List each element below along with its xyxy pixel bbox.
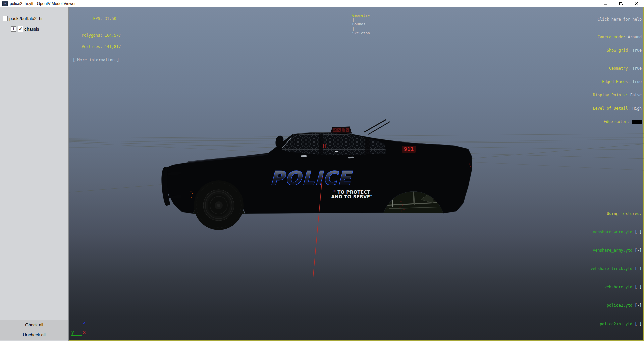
stats-panel: FPS: 31.50 Polygons: 164,577 Vertices: 1… (82, 9, 121, 70)
geometry-toggle-row[interactable]: Geometry: True (593, 66, 642, 71)
minimize-button[interactable] (598, 0, 613, 7)
edged-faces-row[interactable]: Edged Faces: True (593, 80, 642, 84)
camera-mode-row[interactable]: Camera mode: Around (593, 35, 642, 39)
close-button[interactable] (629, 0, 644, 7)
model-tree-sidebar: − pack:/buffalo2_hi + ✔ chassis Check al… (0, 7, 69, 341)
texture-collapse-toggle[interactable]: [-] (635, 285, 642, 289)
chassis-checkbox[interactable]: ✔ (18, 26, 23, 32)
tree-actions: Check all Uncheck all (0, 320, 68, 340)
window-controls (598, 0, 644, 7)
openiv-model-viewer-window: IV police2_hi.yft - OpenIV Model Viewer … (0, 0, 644, 341)
textures-header: Using textures: (591, 211, 642, 217)
tree-root-label: pack:/buffalo2_hi (9, 16, 42, 21)
viewport-3d[interactable] (69, 7, 644, 341)
texture-row: police2+hi.ytd [-] (591, 321, 642, 327)
vertices-row: Vertices: 141,817 (82, 45, 121, 49)
settings-panel: Click here for help Camera mode: Around … (593, 9, 642, 133)
uncheck-all-button[interactable]: Uncheck all (0, 330, 68, 340)
app-icon: IV (2, 1, 8, 6)
expand-icon[interactable]: + (11, 26, 16, 32)
window-title: police2_hi.yft - OpenIV Model Viewer (10, 1, 76, 6)
show-grid-row[interactable]: Show grid: True (593, 48, 642, 53)
minimize-icon (604, 2, 607, 5)
texture-collapse-toggle[interactable]: [-] (635, 266, 642, 271)
texture-row: vehshare_truck.ytd [-] (591, 266, 642, 272)
titlebar: IV police2_hi.yft - OpenIV Model Viewer (0, 0, 644, 7)
tab-bounds[interactable]: Bounds (352, 22, 366, 26)
view-mode-tabs: Geometry | Bounds | Skeleton (343, 9, 370, 40)
texture-row: vehshare_army.ytd [-] (591, 247, 642, 253)
level-of-detail-row[interactable]: Level of Detail: High (593, 106, 642, 111)
edge-color-row[interactable]: Edge color: (593, 120, 642, 124)
display-points-row[interactable]: Display Points: False (593, 93, 642, 97)
tree-item-chassis[interactable]: + ✔ chassis (11, 26, 39, 32)
polygons-row: Polygons: 164,577 (82, 34, 121, 38)
textures-panel: Using textures: vehshare_worn.ytd [-] ve… (591, 198, 642, 339)
texture-collapse-toggle[interactable]: [-] (635, 248, 642, 253)
collapse-icon[interactable]: − (3, 16, 8, 21)
tree-item-root[interactable]: − pack:/buffalo2_hi (3, 16, 42, 21)
restore-icon (619, 2, 623, 5)
restore-button[interactable] (613, 0, 629, 7)
tab-geometry[interactable]: Geometry (352, 13, 370, 18)
texture-collapse-toggle[interactable]: [-] (635, 303, 642, 308)
texture-row: vehshare_worn.ytd [-] (591, 229, 642, 235)
tree-chassis-label: chassis (24, 26, 39, 32)
help-link[interactable]: Click here for help (593, 17, 642, 22)
more-information-link[interactable]: [ More information ] (73, 58, 121, 62)
texture-collapse-toggle[interactable]: [-] (635, 322, 642, 326)
close-icon (635, 2, 638, 5)
texture-row: police2.ytd [-] (591, 302, 642, 308)
texture-row: vehshare.ytd [-] (591, 284, 642, 290)
texture-collapse-toggle[interactable]: [-] (635, 230, 642, 234)
tab-skeleton[interactable]: Skeleton (352, 31, 370, 35)
check-all-button[interactable]: Check all (0, 320, 68, 330)
edge-color-swatch[interactable] (632, 120, 642, 124)
fps-row: FPS: 31.50 (82, 17, 121, 21)
